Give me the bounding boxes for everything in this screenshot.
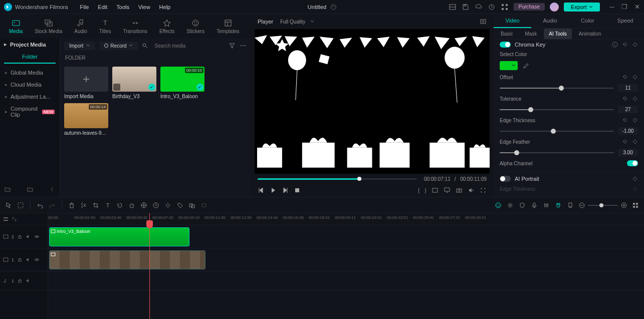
tag-icon[interactable] [176, 202, 183, 209]
media-thumb[interactable]: ✓ [112, 67, 156, 92]
monitor-icon[interactable] [444, 187, 451, 194]
edge-thickness-slider[interactable] [500, 131, 614, 132]
lock-icon[interactable] [17, 278, 23, 283]
menu-edit[interactable]: Edit [98, 4, 107, 10]
keyframe-icon[interactable] [632, 42, 638, 48]
keyframe-icon[interactable] [632, 96, 638, 102]
user-avatar[interactable] [550, 3, 559, 12]
reset-icon[interactable] [622, 117, 628, 123]
scrubber-thumb[interactable] [357, 177, 361, 181]
keyframe-icon[interactable] [632, 139, 638, 145]
tab-stock-media[interactable]: Stock Media [31, 17, 66, 36]
zoom-out-icon[interactable] [579, 202, 585, 208]
sidebar-project-media[interactable]: ▸ Project Media [0, 38, 60, 51]
keyframe-icon[interactable] [632, 117, 638, 123]
menu-tools[interactable]: Tools [116, 4, 129, 10]
collapse-icon[interactable] [49, 186, 56, 193]
tab-media[interactable]: Media [5, 17, 27, 36]
sidebar-item-global[interactable]: ▸ Global Media [0, 67, 60, 79]
tab-titles[interactable]: T Titles [95, 17, 115, 36]
reset-icon[interactable] [622, 96, 628, 102]
prop-tab-color[interactable]: Color [569, 14, 606, 28]
track-header-a1[interactable]: 1 [0, 271, 48, 290]
tab-transitions[interactable]: Transitions [119, 17, 151, 36]
offset-slider[interactable] [500, 88, 614, 89]
undo-icon[interactable] [37, 202, 44, 209]
preview-canvas[interactable] [255, 29, 490, 174]
mute-icon[interactable] [26, 234, 31, 239]
sidebar-item-adjustment[interactable]: ▸ Adjustment La... [0, 91, 60, 103]
playhead[interactable] [149, 213, 150, 319]
reset-icon[interactable] [622, 139, 628, 145]
camera-icon[interactable] [456, 187, 463, 194]
menu-file[interactable]: File [80, 4, 89, 10]
export-button[interactable]: Export [564, 3, 600, 12]
cloud-icon[interactable] [475, 3, 483, 11]
more-icon[interactable] [240, 42, 247, 49]
media-thumb[interactable]: 00:00:14 [64, 103, 108, 128]
prev-frame-icon[interactable] [258, 187, 265, 194]
mark-in-icon[interactable]: { [418, 187, 420, 193]
group-icon[interactable] [188, 202, 195, 209]
eye-icon[interactable] [34, 257, 40, 262]
subtab-basic[interactable]: Basic [496, 29, 518, 39]
track-menu-icon[interactable] [3, 216, 9, 222]
snapshot-icon[interactable] [480, 18, 487, 25]
edge-feather-slider[interactable] [500, 152, 614, 153]
search-input[interactable] [152, 42, 225, 50]
color-swatch[interactable] [500, 61, 518, 70]
stop-icon[interactable] [294, 187, 301, 194]
layout-icon[interactable] [449, 3, 457, 11]
play-icon[interactable] [270, 187, 277, 194]
subtab-animation[interactable]: Animation [574, 29, 606, 39]
gear-icon[interactable] [507, 202, 514, 209]
keyframe-icon[interactable] [632, 176, 638, 182]
media-item[interactable]: 00:00:14 autumn-leaves-92681 [64, 103, 108, 136]
zoom-in-icon[interactable] [621, 202, 627, 208]
track-header-v1[interactable]: 1 [0, 248, 48, 271]
prop-tab-audio[interactable]: Audio [531, 14, 569, 28]
keyframe-tl-icon[interactable] [164, 202, 171, 209]
media-item-import[interactable]: + Import Media [64, 67, 108, 99]
record-button[interactable]: Record [99, 42, 137, 50]
mark-out-icon[interactable]: } [424, 187, 426, 193]
mute-icon[interactable] [26, 278, 31, 283]
history-icon[interactable] [488, 3, 496, 11]
prop-tab-speed[interactable]: Speed [606, 14, 644, 28]
zoom-slider[interactable] [588, 205, 618, 206]
mixer-icon[interactable] [543, 202, 550, 209]
timeline-zoom[interactable] [579, 202, 627, 208]
minimize-button[interactable]: ─ [610, 3, 614, 11]
fullscreen-icon[interactable] [480, 187, 487, 194]
track-header-v2[interactable]: 2 [0, 225, 48, 248]
sidebar-item-compound[interactable]: ▸ Compound Clip NEW [0, 103, 60, 121]
timeline-tracks[interactable]: 00:0000:00:01:5000:00:03:4000:00:05:3000… [48, 213, 644, 319]
lock-icon[interactable] [17, 257, 23, 262]
tab-templates[interactable]: Templates [212, 17, 244, 36]
preview-scrubber[interactable]: 00:00:07:11 / 00:00:11:09 [255, 174, 490, 184]
clip-intro-baloon[interactable]: Intro_V3_Baloon [49, 227, 189, 246]
cursor-icon[interactable] [5, 202, 12, 209]
rotate-icon[interactable] [116, 202, 123, 209]
render-icon[interactable] [200, 202, 207, 209]
shield-icon[interactable] [519, 202, 526, 209]
clip-birthday[interactable] [49, 250, 205, 269]
tolerance-value[interactable]: 27 [618, 106, 638, 113]
mute-icon[interactable] [26, 257, 31, 262]
magnet-icon[interactable] [555, 202, 562, 209]
volume-icon[interactable] [468, 187, 475, 194]
chroma-key-toggle[interactable] [500, 42, 511, 48]
tab-stickers[interactable]: Stickers [182, 17, 208, 36]
color-icon[interactable] [140, 202, 147, 209]
eyedropper-icon[interactable] [522, 62, 529, 69]
scrubber-track[interactable] [258, 178, 417, 180]
media-thumb[interactable]: 00:00:10 ✓ [160, 67, 204, 92]
save-icon[interactable] [462, 3, 470, 11]
info-icon[interactable]: i [612, 42, 618, 48]
tab-audio[interactable]: Audio [70, 17, 91, 36]
select-icon[interactable] [17, 202, 24, 209]
text-icon[interactable]: T [104, 202, 111, 209]
maximize-button[interactable]: ❐ [621, 3, 627, 11]
edge-feather-value[interactable]: 3.00 [618, 149, 638, 156]
subtab-ai-tools[interactable]: AI Tools [544, 29, 571, 39]
